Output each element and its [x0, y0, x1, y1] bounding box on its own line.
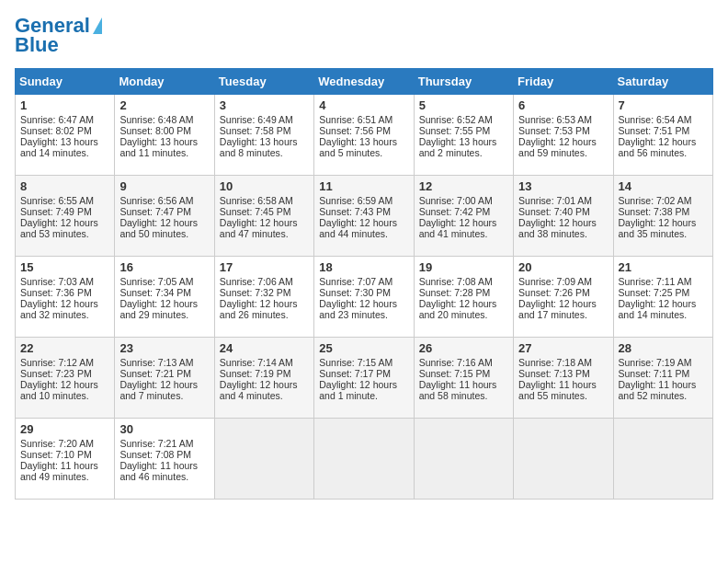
- calendar-cell: [514, 419, 613, 500]
- day-number: 17: [220, 260, 309, 274]
- day-number: 12: [419, 179, 508, 193]
- sunset-text: Sunset: 7:08 PM: [119, 449, 191, 460]
- sunset-text: Sunset: 7:49 PM: [20, 206, 92, 217]
- daylight-text: Daylight: 12 hours and 1 minute.: [319, 379, 397, 401]
- sunset-text: Sunset: 7:40 PM: [518, 206, 590, 217]
- daylight-text: Daylight: 12 hours and 50 minutes.: [119, 217, 198, 239]
- daylight-text: Daylight: 13 hours and 11 minutes.: [119, 136, 198, 158]
- sunset-text: Sunset: 8:00 PM: [119, 125, 191, 136]
- daylight-text: Daylight: 12 hours and 17 minutes.: [518, 298, 597, 320]
- sunset-text: Sunset: 7:28 PM: [419, 287, 491, 298]
- sunrise-text: Sunrise: 6:54 AM: [619, 114, 692, 125]
- sunrise-text: Sunrise: 6:49 AM: [220, 114, 293, 125]
- day-number: 20: [518, 260, 608, 274]
- sunset-text: Sunset: 7:36 PM: [20, 287, 92, 298]
- sunset-text: Sunset: 7:11 PM: [619, 368, 690, 379]
- daylight-text: Daylight: 12 hours and 14 minutes.: [619, 298, 697, 320]
- daylight-text: Daylight: 12 hours and 7 minutes.: [119, 379, 198, 401]
- weekday-thursday: Thursday: [414, 69, 513, 95]
- sunrise-text: Sunrise: 6:59 AM: [319, 195, 392, 206]
- logo-blue-text: Blue: [15, 33, 59, 57]
- calendar-week-4: 29Sunrise: 7:20 AMSunset: 7:10 PMDayligh…: [16, 419, 713, 500]
- calendar-cell: 30Sunrise: 7:21 AMSunset: 7:08 PMDayligh…: [115, 419, 214, 500]
- day-number: 7: [619, 98, 708, 112]
- sunrise-text: Sunrise: 6:55 AM: [20, 195, 94, 206]
- calendar-cell: [414, 419, 513, 500]
- weekday-tuesday: Tuesday: [214, 69, 313, 95]
- calendar-cell: 26Sunrise: 7:16 AMSunset: 7:15 PMDayligh…: [414, 338, 513, 419]
- sunset-text: Sunset: 7:19 PM: [220, 368, 291, 379]
- sunrise-text: Sunrise: 7:06 AM: [220, 276, 293, 287]
- weekday-header-row: SundayMondayTuesdayWednesdayThursdayFrid…: [16, 69, 713, 95]
- daylight-text: Daylight: 13 hours and 14 minutes.: [20, 136, 98, 158]
- sunrise-text: Sunrise: 7:08 AM: [419, 276, 493, 287]
- daylight-text: Daylight: 13 hours and 2 minutes.: [419, 136, 497, 158]
- calendar-cell: 24Sunrise: 7:14 AMSunset: 7:19 PMDayligh…: [214, 338, 313, 419]
- page-header: General Blue: [15, 15, 713, 57]
- calendar-week-3: 22Sunrise: 7:12 AMSunset: 7:23 PMDayligh…: [16, 338, 713, 419]
- daylight-text: Daylight: 12 hours and 20 minutes.: [419, 298, 497, 320]
- sunset-text: Sunset: 7:30 PM: [319, 287, 391, 298]
- sunrise-text: Sunrise: 7:02 AM: [619, 195, 692, 206]
- sunrise-text: Sunrise: 7:11 AM: [619, 276, 692, 287]
- sunrise-text: Sunrise: 7:15 AM: [319, 357, 392, 368]
- day-number: 16: [119, 260, 209, 274]
- sunrise-text: Sunrise: 6:58 AM: [220, 195, 293, 206]
- day-number: 19: [419, 260, 508, 274]
- logo-arrow-icon: [93, 17, 102, 34]
- sunset-text: Sunset: 7:15 PM: [419, 368, 491, 379]
- calendar-cell: 17Sunrise: 7:06 AMSunset: 7:32 PMDayligh…: [214, 257, 313, 338]
- daylight-text: Daylight: 12 hours and 23 minutes.: [319, 298, 397, 320]
- daylight-text: Daylight: 11 hours and 46 minutes.: [119, 460, 198, 482]
- day-number: 22: [20, 341, 109, 355]
- sunrise-text: Sunrise: 7:05 AM: [119, 276, 193, 287]
- sunset-text: Sunset: 7:25 PM: [619, 287, 690, 298]
- sunset-text: Sunset: 7:47 PM: [119, 206, 191, 217]
- sunrise-text: Sunrise: 6:48 AM: [119, 114, 193, 125]
- weekday-wednesday: Wednesday: [314, 69, 414, 95]
- day-number: 21: [619, 260, 708, 274]
- day-number: 30: [119, 422, 209, 436]
- sunset-text: Sunset: 7:17 PM: [319, 368, 391, 379]
- sunrise-text: Sunrise: 7:20 AM: [20, 438, 94, 449]
- calendar-cell: 13Sunrise: 7:01 AMSunset: 7:40 PMDayligh…: [514, 176, 613, 257]
- sunset-text: Sunset: 7:10 PM: [20, 449, 92, 460]
- calendar-cell: 8Sunrise: 6:55 AMSunset: 7:49 PMDaylight…: [16, 176, 115, 257]
- calendar-cell: 28Sunrise: 7:19 AMSunset: 7:11 PMDayligh…: [613, 338, 712, 419]
- sunrise-text: Sunrise: 6:52 AM: [419, 114, 493, 125]
- daylight-text: Daylight: 11 hours and 58 minutes.: [419, 379, 497, 401]
- calendar-cell: 20Sunrise: 7:09 AMSunset: 7:26 PMDayligh…: [514, 257, 613, 338]
- weekday-monday: Monday: [115, 69, 214, 95]
- sunset-text: Sunset: 7:21 PM: [119, 368, 191, 379]
- calendar-cell: 12Sunrise: 7:00 AMSunset: 7:42 PMDayligh…: [414, 176, 513, 257]
- calendar-cell: 15Sunrise: 7:03 AMSunset: 7:36 PMDayligh…: [16, 257, 115, 338]
- weekday-friday: Friday: [514, 69, 613, 95]
- daylight-text: Daylight: 12 hours and 41 minutes.: [419, 217, 497, 239]
- calendar-cell: [613, 419, 712, 500]
- calendar-cell: [314, 419, 414, 500]
- sunset-text: Sunset: 7:38 PM: [619, 206, 690, 217]
- daylight-text: Daylight: 12 hours and 53 minutes.: [20, 217, 98, 239]
- sunrise-text: Sunrise: 6:56 AM: [119, 195, 193, 206]
- sunrise-text: Sunrise: 6:53 AM: [518, 114, 592, 125]
- sunrise-text: Sunrise: 7:09 AM: [518, 276, 592, 287]
- calendar-week-1: 8Sunrise: 6:55 AMSunset: 7:49 PMDaylight…: [16, 176, 713, 257]
- sunset-text: Sunset: 7:34 PM: [119, 287, 191, 298]
- day-number: 29: [20, 422, 109, 436]
- sunrise-text: Sunrise: 7:00 AM: [419, 195, 493, 206]
- daylight-text: Daylight: 12 hours and 29 minutes.: [119, 298, 198, 320]
- calendar-cell: 25Sunrise: 7:15 AMSunset: 7:17 PMDayligh…: [314, 338, 414, 419]
- sunset-text: Sunset: 7:58 PM: [220, 125, 291, 136]
- day-number: 24: [220, 341, 309, 355]
- sunrise-text: Sunrise: 7:13 AM: [119, 357, 193, 368]
- calendar-cell: 29Sunrise: 7:20 AMSunset: 7:10 PMDayligh…: [16, 419, 115, 500]
- day-number: 1: [20, 98, 109, 112]
- daylight-text: Daylight: 12 hours and 32 minutes.: [20, 298, 98, 320]
- day-number: 28: [619, 341, 708, 355]
- sunset-text: Sunset: 7:32 PM: [220, 287, 291, 298]
- sunrise-text: Sunrise: 7:03 AM: [20, 276, 94, 287]
- calendar-cell: 1Sunrise: 6:47 AMSunset: 8:02 PMDaylight…: [16, 95, 115, 176]
- sunset-text: Sunset: 7:56 PM: [319, 125, 391, 136]
- day-number: 14: [619, 179, 708, 193]
- calendar-cell: 4Sunrise: 6:51 AMSunset: 7:56 PMDaylight…: [314, 95, 414, 176]
